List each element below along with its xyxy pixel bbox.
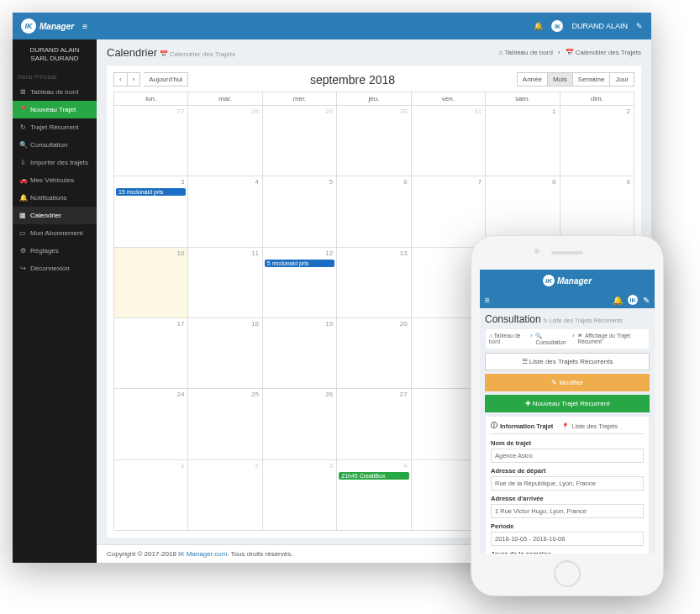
calendar-cell[interactable]: 5 — [262, 176, 336, 247]
sidebar-item[interactable]: ↻Trajet Récurrent — [13, 118, 97, 136]
calendar-event[interactable]: 5 mcdonald pris — [265, 260, 334, 267]
view-button[interactable]: Semaine — [573, 72, 611, 87]
calendar-cell[interactable]: 18 — [188, 317, 262, 388]
modify-button[interactable]: ✎ Modifier — [485, 374, 650, 391]
app-logo[interactable]: IK Manager — [21, 18, 74, 34]
calendar-cell[interactable]: 1 — [114, 459, 188, 530]
menu-toggle-icon[interactable]: ≡ — [485, 296, 490, 305]
cal-next-button[interactable]: › — [128, 72, 141, 87]
sidebar-user[interactable]: DURAND ALAIN SARL DURAND — [13, 39, 97, 71]
calendar-cell[interactable]: 315 mcdonald pris — [114, 176, 188, 247]
phone-card: ⓘInformation Trajet📍Liste des Trajets No… — [485, 416, 650, 554]
menu-icon: 🔔 — [19, 194, 26, 202]
sidebar-item[interactable]: ⇩Importer des trajets — [13, 154, 97, 171]
field-value: 1 Rue Victor Hugo, Lyon, France — [491, 504, 644, 518]
day-number: 7 — [478, 178, 482, 186]
sidebar-item[interactable]: 🔍Consultation — [13, 136, 97, 154]
calendar-cell[interactable]: 4 — [188, 176, 262, 247]
calendar-cell[interactable]: 25 — [188, 389, 262, 459]
view-button[interactable]: Jour — [610, 72, 634, 87]
topbar-username[interactable]: DURAND ALAIN — [571, 22, 628, 30]
menu-icon: 🔍 — [19, 141, 26, 149]
day-number: 25 — [251, 391, 259, 398]
phone-tab[interactable]: 📍Liste des Trajets — [561, 422, 618, 430]
sidebar-item[interactable]: ↪Déconnexion — [13, 260, 97, 277]
view-button[interactable]: Année — [517, 72, 548, 87]
day-number: 1 — [552, 108, 555, 115]
calendar-cell[interactable]: 421h45 CreatiBox — [337, 459, 411, 530]
user-company: SARL DURAND — [18, 55, 92, 63]
calendar-cell[interactable]: 30 — [337, 106, 411, 176]
list-trajets-button[interactable]: ☰ Liste des Trajets Récurrents — [485, 353, 650, 370]
sidebar-item[interactable]: ▦Calendrier — [13, 207, 97, 224]
calendar-cell[interactable]: 125 mcdonald pris — [262, 247, 336, 317]
calendar-cell[interactable]: 27 — [114, 106, 188, 176]
calendar-cell[interactable]: 11 — [188, 247, 262, 317]
calendar-cell[interactable]: 2 — [188, 459, 262, 530]
edit-icon[interactable]: ✎ — [643, 296, 650, 305]
calendar-event[interactable]: 15 mcdonald pris — [116, 188, 186, 196]
menu-icon: ⊞ — [19, 88, 26, 96]
user-avatar[interactable]: IK — [628, 295, 638, 305]
cal-today-button[interactable]: Aujourd'hui — [144, 72, 188, 87]
day-number: 2 — [627, 108, 630, 115]
user-avatar[interactable]: IK — [551, 20, 563, 32]
calendar-event[interactable]: 21h45 CreatiBox — [339, 472, 408, 480]
day-number: 11 — [251, 249, 259, 257]
new-trajet-button[interactable]: ✚ Nouveau Trajet Récurrent — [485, 395, 650, 412]
day-number: 10 — [177, 249, 185, 257]
logo-badge: IK — [543, 275, 555, 286]
menu-icon: ▦ — [19, 212, 26, 219]
sidebar: DURAND ALAIN SARL DURAND Menu Principal … — [13, 39, 97, 563]
bell-icon[interactable]: 🔔 — [534, 22, 543, 30]
view-button[interactable]: Mois — [548, 72, 573, 87]
calendar-cell[interactable]: 10 — [114, 247, 188, 317]
breadcrumb-item[interactable]: ⌂ Tableau de bord — [499, 49, 553, 56]
phone-home-button[interactable] — [554, 560, 581, 587]
calendar-cell[interactable]: 2 — [560, 106, 634, 176]
calendar-cell[interactable]: 19 — [262, 317, 336, 388]
calendar-cell[interactable]: 28 — [188, 106, 262, 176]
edit-icon[interactable]: ✎ — [636, 22, 643, 30]
sidebar-item[interactable]: 📍Nouveau Trajet — [13, 101, 97, 118]
breadcrumb-item[interactable]: ⌂ Tableau de bord — [489, 333, 527, 345]
brand-name: Manager — [39, 22, 74, 31]
page-subtitle: 📅 Calendrier des Trajets — [160, 50, 235, 58]
calendar-cell[interactable]: 26 — [262, 389, 336, 459]
calendar-cell[interactable]: 29 — [262, 106, 336, 176]
sidebar-item[interactable]: ⚙Réglages — [13, 242, 97, 260]
calendar-header: jeu. — [337, 92, 411, 106]
calendar-cell[interactable]: 20 — [337, 317, 411, 388]
menu-icon: ⚙ — [19, 247, 26, 255]
phone-page-title: Consultation — [485, 313, 541, 325]
phone-screen: IK Manager ≡ 🔔 IK ✎ Consultation ↻ Liste… — [480, 270, 655, 554]
calendar-view-switch: AnnéeMoisSemaineJour — [517, 72, 634, 87]
day-number: 2 — [255, 462, 258, 470]
calendar-cell[interactable]: 27 — [337, 389, 411, 459]
calendar-cell[interactable]: 17 — [114, 317, 188, 388]
sidebar-item[interactable]: ⊞Tableau de bord — [13, 83, 97, 101]
sidebar-item[interactable]: 🚗Mes Véhicules — [13, 171, 97, 189]
sidebar-item[interactable]: ▭Mon Abonnement — [13, 224, 97, 242]
menu-icon: ▭ — [19, 229, 26, 237]
day-number: 3 — [329, 462, 333, 470]
calendar-cell[interactable]: 7 — [411, 176, 485, 247]
breadcrumb-item[interactable]: 🔍 Consultation — [535, 333, 569, 345]
cal-prev-button[interactable]: ‹ — [113, 72, 128, 87]
footer-link[interactable]: IK Manager.com — [178, 550, 227, 558]
calendar-cell[interactable]: 24 — [114, 389, 188, 459]
calendar-header: sam. — [486, 92, 560, 106]
breadcrumb-item[interactable]: 👁 Affichage du Trajet Récurrent — [577, 333, 645, 345]
bell-icon[interactable]: 🔔 — [613, 296, 623, 305]
phone-tab[interactable]: ⓘInformation Trajet — [491, 422, 553, 430]
calendar-cell[interactable]: 1 — [486, 106, 560, 176]
calendar-cell[interactable]: 13 — [337, 247, 411, 317]
menu-label: Consultation — [30, 141, 67, 149]
sidebar-item[interactable]: 🔔Notifications — [13, 189, 97, 207]
menu-label: Tableau de bord — [30, 88, 78, 96]
menu-toggle-icon[interactable]: ≡ — [82, 22, 87, 31]
calendar-cell[interactable]: 6 — [337, 176, 411, 247]
breadcrumb-item[interactable]: 📅 Calendrier des Trajets — [566, 49, 641, 56]
calendar-cell[interactable]: 3 — [262, 459, 336, 530]
calendar-cell[interactable]: 31 — [411, 106, 485, 176]
